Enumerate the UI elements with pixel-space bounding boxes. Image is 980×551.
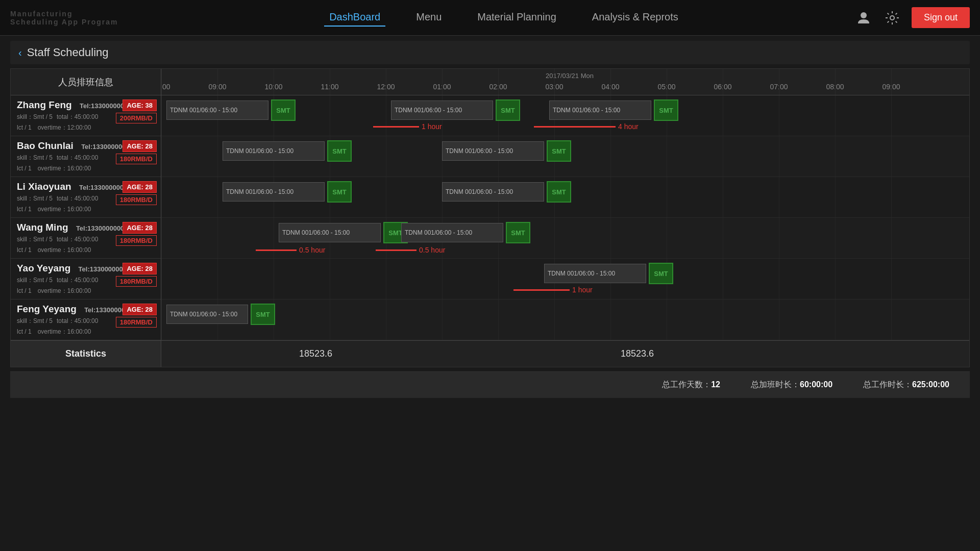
time-tick: 08:00 <box>161 83 170 91</box>
task-bar: TDNM 001/06:00 - 15:00 <box>391 101 493 120</box>
smt-badge: SMT <box>327 140 352 162</box>
staff-row: Zhang Feng Tel:1330000000 skill：Smt / 5t… <box>11 95 161 136</box>
hour-marker: 1 hour <box>373 122 442 131</box>
rmb-badge: 200RMB/D <box>116 113 157 123</box>
gantt-row: TDNM 001/06:00 - 15:00SMTTDNM 001/06:00 … <box>161 218 969 259</box>
settings-icon[interactable] <box>883 9 901 27</box>
staff-details-2: lct / 1overtime：16:00:00 <box>17 164 155 173</box>
task-bar: TDNM 001/06:00 - 15:00 <box>166 101 268 120</box>
work-days-stat: 总工作天数：12 <box>662 380 720 390</box>
main-container: ‹ Staff Scheduling 人员排班信息 Zhang Feng Tel… <box>0 36 980 403</box>
total-hours-stat: 总工作时长：625:00:00 <box>863 380 949 390</box>
smt-badge: SMT <box>251 304 275 325</box>
age-badge: AGE: 28 <box>122 140 157 152</box>
bottom-bar: 总工作天数：12 总加班时长：60:00:00 总工作时长：625:00:00 <box>10 371 970 398</box>
smt-badge: SMT <box>496 99 520 121</box>
hour-marker: 1 hour <box>513 286 593 294</box>
nav-right: Sign out <box>854 7 970 28</box>
task-bar: TDNM 001/06:00 - 15:00 <box>549 101 651 120</box>
app-logo: Manufacturing Scheduling App Program <box>10 10 122 26</box>
rmb-badge: 180RMB/D <box>116 194 157 205</box>
nav-dashboard[interactable]: DashBoard <box>324 9 385 27</box>
smt-badge: SMT <box>271 99 296 121</box>
page-title-bar: ‹ Staff Scheduling <box>10 41 970 64</box>
stat-val-1: 18523.6 <box>299 348 332 359</box>
gantt-row: TDNM 001/06:00 - 15:00SMTTDNM 001/06:00 … <box>161 95 969 136</box>
nav-menu[interactable]: Menu <box>411 9 447 27</box>
staff-row: Li Xiaoyuan Tel:1330000000 skill：Smt / 5… <box>11 177 161 218</box>
svg-point-1 <box>890 16 894 20</box>
stats-label: Statistics <box>11 340 161 367</box>
staff-details-2: lct / 1overtime：16:00:00 <box>17 205 155 214</box>
task-bar: TDNM 001/06:00 - 15:00 <box>442 141 544 161</box>
smt-badge: SMT <box>649 263 673 284</box>
staff-details-2: lct / 1overtime：12:00:00 <box>17 123 155 132</box>
task-bar: TDNM 001/06:00 - 15:00 <box>442 182 544 202</box>
staff-row: Bao Chunlai Tel:1330000000 skill：Smt / 5… <box>11 136 161 177</box>
top-nav: Manufacturing Scheduling App Program Das… <box>0 0 980 36</box>
smt-badge: SMT <box>327 181 352 203</box>
smt-badge: SMT <box>547 181 571 203</box>
task-bar: TDNM 001/06:00 - 15:00 <box>166 305 248 324</box>
age-badge: AGE: 28 <box>122 222 157 234</box>
staff-row: Yao Yeyang Tel:1330000000 skill：Smt / 5t… <box>11 259 161 299</box>
gantt-row: TDNM 001/06:00 - 15:00SMT1 hour <box>161 259 969 299</box>
staff-details-2: lct / 1overtime：16:00:00 <box>17 328 155 336</box>
overtime-stat: 总加班时长：60:00:00 <box>751 380 832 390</box>
gantt-row: TDNM 001/06:00 - 15:00SMTTDNM 001/06:00 … <box>161 177 969 218</box>
back-arrow[interactable]: ‹ <box>18 47 22 59</box>
staff-row: Feng Yeyang Tel:1330000000 skill：Smt / 5… <box>11 299 161 340</box>
schedule-wrapper: 人员排班信息 Zhang Feng Tel:1330000000 skill：S… <box>10 68 970 367</box>
gantt-row: TDNM 001/06:00 - 15:00SMTTDNM 001/06:00 … <box>161 136 969 177</box>
smt-badge: SMT <box>506 222 530 243</box>
nav-links: DashBoard Menu Material Planning Analysi… <box>153 9 854 27</box>
hour-marker: 0.5 hour <box>376 246 445 254</box>
hour-marker: 0.5 hour <box>256 246 325 254</box>
staff-row: Wang Ming Tel:1330000000 skill：Smt / 5to… <box>11 218 161 259</box>
stats-row: 18523.6 18523.6 <box>161 340 969 367</box>
rmb-badge: 180RMB/D <box>116 276 157 287</box>
smt-badge: SMT <box>654 99 678 121</box>
rmb-badge: 180RMB/D <box>116 317 157 328</box>
nav-material-planning[interactable]: Material Planning <box>472 9 561 27</box>
staff-details-2: lct / 1overtime：16:00:00 <box>17 246 155 255</box>
task-bar: TDNM 001/06:00 - 15:00 <box>279 223 381 242</box>
left-panel: 人员排班信息 Zhang Feng Tel:1330000000 skill：S… <box>11 69 161 367</box>
svg-point-0 <box>861 12 867 18</box>
signout-button[interactable]: Sign out <box>912 7 970 28</box>
task-bar: TDNM 001/06:00 - 15:00 <box>223 182 325 202</box>
staff-details-2: lct / 1overtime：16:00:00 <box>17 287 155 295</box>
task-bar: TDNM 001/06:00 - 15:00 <box>401 223 503 242</box>
age-badge: AGE: 28 <box>122 181 157 193</box>
rmb-badge: 180RMB/D <box>116 235 157 246</box>
timeline-header: 2017/03/21 Mon08:0009:0010:0011:0012:000… <box>161 69 969 95</box>
rmb-badge: 180RMB/D <box>116 154 157 164</box>
page-title: Staff Scheduling <box>27 46 109 59</box>
hour-marker: 4 hour <box>534 122 639 131</box>
left-header: 人员排班信息 <box>11 69 161 95</box>
age-badge: AGE: 38 <box>122 99 157 111</box>
smt-badge: SMT <box>547 140 571 162</box>
task-bar: TDNM 001/06:00 - 15:00 <box>544 264 646 283</box>
user-icon[interactable] <box>854 9 873 27</box>
age-badge: AGE: 28 <box>122 304 157 315</box>
nav-analysis[interactable]: Analysis & Reprots <box>587 9 683 27</box>
age-badge: AGE: 28 <box>122 263 157 274</box>
task-bar: TDNM 001/06:00 - 15:00 <box>223 141 325 161</box>
gantt-row: TDNM 001/06:00 - 15:00SMT <box>161 299 969 340</box>
right-panel: 2017/03/21 Mon08:0009:0010:0011:0012:000… <box>161 69 969 367</box>
stat-val-2: 18523.6 <box>621 348 654 359</box>
